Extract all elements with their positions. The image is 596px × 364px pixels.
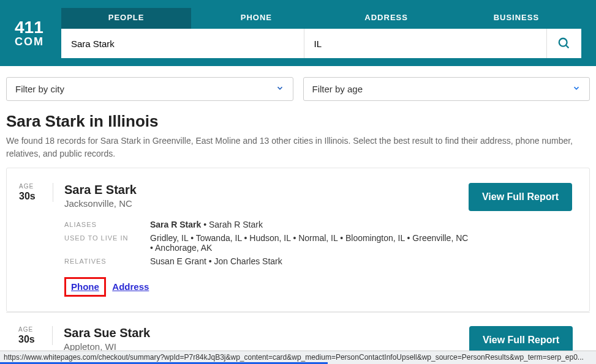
tab-address[interactable]: ADDRESS <box>322 8 451 29</box>
chevron-down-icon <box>276 84 284 94</box>
lived-in-label: USED TO LIVE IN <box>64 233 144 253</box>
address-link[interactable]: Address <box>112 281 149 292</box>
relatives-value: Susan E Grant • Jon Charles Stark <box>150 256 469 266</box>
phone-link-highlight: Phone <box>64 277 106 297</box>
aliases-label: ALIASES <box>64 220 144 229</box>
logo-text-1: 411 <box>15 19 44 36</box>
age-label: AGE <box>19 183 48 190</box>
search-button[interactable] <box>547 29 581 58</box>
chevron-down-icon <box>572 84 581 94</box>
result-card: AGE 30s Sara E Stark Jacksonville, NC AL… <box>6 168 590 312</box>
search-icon <box>557 37 571 50</box>
alias-rest: • Sarah R Stark <box>201 220 263 229</box>
person-name: Sara E Stark <box>64 183 469 197</box>
tab-business[interactable]: BUSINESS <box>451 8 581 29</box>
filter-city-label: Filter by city <box>15 84 64 94</box>
age-value: 30s <box>18 334 47 345</box>
site-logo[interactable]: 411 COM <box>15 19 44 47</box>
results-list: AGE 30s Sara E Stark Jacksonville, NC AL… <box>0 168 596 364</box>
filter-city[interactable]: Filter by city <box>6 77 293 101</box>
svg-line-1 <box>566 45 569 48</box>
search-row <box>61 29 581 58</box>
tab-people[interactable]: PEOPLE <box>61 8 191 29</box>
view-report-button[interactable]: View Full Report <box>469 183 572 211</box>
age-column: AGE 30s <box>19 183 53 202</box>
title-area: Sara Stark in Illinois We found 18 recor… <box>0 112 596 168</box>
aliases-value: Sara R Stark • Sarah R Stark <box>150 220 469 229</box>
filter-age[interactable]: Filter by age <box>303 77 590 101</box>
search-tabs: PEOPLE PHONE ADDRESS BUSINESS <box>61 8 581 29</box>
relatives-label: RELATIVES <box>64 256 144 266</box>
filters-row: Filter by city Filter by age <box>0 66 596 112</box>
age-column: AGE 30s <box>18 326 53 345</box>
lived-in-value: Gridley, IL • Towanda, IL • Hudson, IL •… <box>150 233 469 253</box>
age-label: AGE <box>18 326 47 333</box>
alias-bold: Sara R Stark <box>150 220 201 229</box>
site-header: 411 COM PEOPLE PHONE ADDRESS BUSINESS <box>0 0 596 66</box>
page-subtitle: We found 18 records for Sara Stark in Gr… <box>6 135 590 160</box>
person-location: Jacksonville, NC <box>64 198 469 209</box>
age-value: 30s <box>19 191 48 202</box>
tab-phone[interactable]: PHONE <box>191 8 321 29</box>
page-title: Sara Stark in Illinois <box>6 112 590 131</box>
logo-text-2: COM <box>15 36 44 47</box>
svg-point-0 <box>559 39 567 46</box>
main-column: Sara Sue Stark Appleton, WI <box>53 326 469 352</box>
state-input[interactable] <box>304 29 548 58</box>
card-top: AGE 30s Sara E Stark Jacksonville, NC AL… <box>19 183 572 297</box>
person-name: Sara Sue Stark <box>64 326 469 340</box>
detail-grid: ALIASES Sara R Stark • Sarah R Stark USE… <box>64 220 469 266</box>
filter-age-label: Filter by age <box>312 84 363 94</box>
links-row: Phone Address <box>64 277 469 297</box>
name-input[interactable] <box>61 29 304 58</box>
phone-link[interactable]: Phone <box>71 281 99 292</box>
search-area: PEOPLE PHONE ADDRESS BUSINESS <box>61 8 581 58</box>
main-column: Sara E Stark Jacksonville, NC ALIASES Sa… <box>53 183 469 297</box>
